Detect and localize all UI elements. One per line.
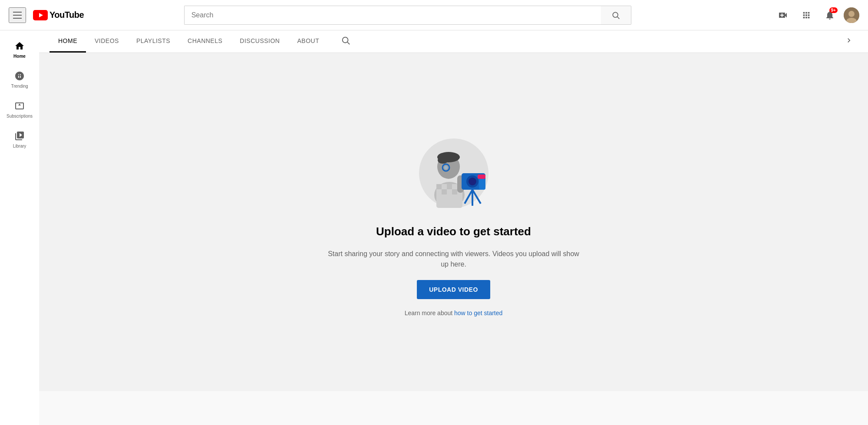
tab-channels[interactable]: CHANNELS: [179, 30, 231, 53]
tab-about[interactable]: ABOUT: [288, 30, 328, 53]
svg-line-8: [347, 42, 350, 44]
svg-rect-15: [452, 184, 457, 189]
sidebar-label-home: Home: [13, 54, 26, 59]
empty-state: Upload a video to get started Start shar…: [323, 128, 584, 316]
search-area: [184, 6, 631, 25]
svg-rect-13: [442, 184, 447, 189]
svg-point-7: [343, 37, 348, 43]
youtube-wordmark: YouTube: [50, 10, 84, 20]
svg-point-30: [469, 178, 476, 185]
avatar[interactable]: [844, 7, 859, 23]
chevron-right-icon: [845, 36, 853, 45]
sidebar-item-subscriptions[interactable]: Subscriptions: [0, 95, 39, 125]
notifications-button[interactable]: 9+: [820, 6, 839, 25]
video-camera-plus-icon: [778, 10, 788, 20]
logo[interactable]: YouTube: [33, 10, 84, 20]
empty-illustration: [410, 128, 497, 214]
channel-area: HOME VIDEOS PLAYLISTS CHANNELS DISCUSSIO…: [39, 30, 868, 391]
svg-rect-12: [436, 184, 442, 189]
svg-point-5: [848, 11, 855, 17]
subscriptions-icon: [14, 101, 25, 111]
svg-line-3: [617, 16, 620, 19]
sidebar-label-library: Library: [13, 144, 26, 148]
header-left: YouTube: [9, 7, 113, 23]
svg-point-26: [444, 166, 448, 169]
search-button[interactable]: [601, 6, 631, 25]
svg-rect-17: [436, 189, 442, 194]
avatar-image: [844, 7, 859, 23]
home-icon: [14, 41, 25, 51]
empty-state-title: Upload a video to get started: [376, 225, 531, 238]
learn-more-link[interactable]: how to get started: [454, 310, 502, 316]
search-bar: [184, 6, 601, 25]
header: YouTube 9+: [0, 0, 868, 30]
youtube-logo-icon: [33, 10, 48, 20]
library-icon: [14, 131, 25, 141]
empty-state-subtitle: Start sharing your story and connecting …: [323, 249, 584, 270]
main-content: Upload a video to get started Start shar…: [39, 53, 868, 391]
svg-rect-19: [447, 189, 452, 194]
learn-more-text: Learn more about how to get started: [405, 310, 503, 316]
sidebar-item-home[interactable]: Home: [0, 35, 39, 65]
notification-count: 9+: [829, 7, 838, 13]
tab-home[interactable]: HOME: [50, 30, 86, 53]
svg-point-2: [613, 12, 618, 17]
trending-icon: [14, 71, 25, 81]
menu-button[interactable]: [9, 7, 26, 23]
svg-rect-18: [442, 189, 447, 194]
sidebar: Home Trending Subscriptions Library: [0, 30, 39, 425]
tab-videos[interactable]: VIDEOS: [86, 30, 128, 53]
header-right: 9+: [773, 6, 859, 25]
svg-point-24: [438, 157, 448, 164]
tab-search-icon[interactable]: [337, 31, 355, 52]
sidebar-label-trending: Trending: [11, 84, 28, 89]
sidebar-item-library[interactable]: Library: [0, 125, 39, 155]
svg-rect-14: [447, 184, 452, 189]
search-icon: [611, 11, 620, 20]
svg-rect-31: [478, 175, 485, 179]
sidebar-item-trending[interactable]: Trending: [0, 65, 39, 95]
apps-icon: [802, 10, 811, 20]
svg-rect-32: [479, 179, 485, 190]
svg-rect-20: [452, 189, 457, 194]
tab-more-chevron[interactable]: [840, 32, 858, 51]
search-tabs-icon: [341, 36, 350, 45]
tab-discussion[interactable]: DISCUSSION: [231, 30, 288, 53]
tab-navigation: HOME VIDEOS PLAYLISTS CHANNELS DISCUSSIO…: [39, 30, 868, 53]
sidebar-label-subscriptions: Subscriptions: [7, 114, 33, 119]
upload-video-button[interactable]: UPLOAD VIDEO: [417, 280, 490, 299]
search-input[interactable]: [185, 6, 601, 24]
apps-button[interactable]: [797, 6, 816, 25]
tab-playlists[interactable]: PLAYLISTS: [128, 30, 179, 53]
upload-button[interactable]: [773, 6, 792, 25]
